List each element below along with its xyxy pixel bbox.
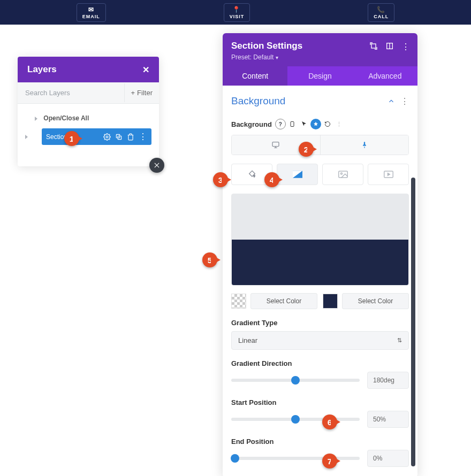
start-position-value[interactable]: 50% bbox=[367, 411, 409, 428]
help-icon[interactable]: ? bbox=[275, 119, 286, 129]
more-vertical-icon[interactable]: ⋮ bbox=[139, 132, 147, 142]
email-label: EMAIL bbox=[82, 14, 100, 19]
desktop-icon bbox=[271, 141, 280, 149]
layers-search-row: + Filter bbox=[18, 82, 159, 104]
select-color-1-button[interactable]: Select Color bbox=[250, 293, 317, 309]
image-icon bbox=[338, 171, 348, 178]
visit-label: VISIT bbox=[230, 14, 245, 19]
end-position-field: End Position 0% bbox=[231, 437, 409, 467]
call-label: CALL bbox=[374, 14, 389, 19]
hover-segment[interactable] bbox=[320, 135, 409, 155]
gradient-type-value: Linear bbox=[238, 336, 257, 344]
svg-rect-7 bbox=[272, 142, 279, 147]
svg-marker-15 bbox=[388, 173, 390, 176]
color-swatch-1[interactable] bbox=[231, 294, 246, 309]
duplicate-icon[interactable] bbox=[115, 132, 123, 142]
gradient-color-1: Select Color bbox=[231, 293, 317, 309]
background-accordion-title: Background bbox=[231, 95, 285, 107]
svg-rect-3 bbox=[371, 44, 376, 48]
gradient-type-select[interactable]: Linear ⇅ bbox=[231, 331, 409, 350]
gradient-direction-field: Gradient Direction 180deg bbox=[231, 359, 409, 389]
start-position-label: Start Position bbox=[231, 398, 409, 406]
tab-design[interactable]: Design bbox=[287, 66, 352, 86]
reset-icon[interactable] bbox=[322, 119, 333, 129]
gradient-icon bbox=[293, 171, 302, 178]
bg-type-video[interactable] bbox=[368, 164, 409, 185]
settings-header: Section Settings Preset: Default ⋮ bbox=[223, 33, 417, 66]
more-vertical-icon[interactable]: ⋮ bbox=[334, 119, 345, 129]
gear-icon[interactable] bbox=[103, 132, 111, 142]
email-icon: ✉ bbox=[88, 6, 94, 13]
cursor-icon[interactable] bbox=[299, 119, 309, 129]
background-type-row bbox=[231, 164, 409, 185]
gradient-color-2: Select Color bbox=[323, 293, 409, 309]
tab-content-label: Content bbox=[242, 72, 268, 80]
select-chevron-icon: ⇅ bbox=[397, 337, 402, 344]
layers-header: Layers ✕ bbox=[18, 57, 159, 82]
layer-row-actions: ⋮ bbox=[103, 132, 147, 142]
gradient-direction-slider[interactable] bbox=[231, 379, 360, 382]
settings-header-icons: ⋮ bbox=[369, 42, 410, 52]
gradient-direction-value[interactable]: 180deg bbox=[367, 372, 409, 389]
filter-button[interactable]: + Filter bbox=[124, 83, 159, 102]
plus-icon: + bbox=[131, 89, 135, 97]
tab-content[interactable]: Content bbox=[223, 66, 287, 86]
settings-tabs: Content Design Advanced bbox=[223, 66, 417, 86]
pin-fill-icon bbox=[361, 141, 368, 149]
annotation-7: 7 bbox=[322, 454, 337, 469]
gradient-preview[interactable] bbox=[231, 194, 409, 286]
tablet-icon[interactable] bbox=[287, 119, 298, 129]
layers-body: Open/Close All Section ⋮ bbox=[18, 104, 159, 166]
slider-thumb[interactable] bbox=[291, 376, 300, 385]
expand-icon[interactable] bbox=[369, 42, 378, 52]
close-icon[interactable]: ✕ bbox=[142, 65, 149, 75]
select-color-2-button[interactable]: Select Color bbox=[342, 293, 409, 309]
annotation-3: 3 bbox=[213, 172, 228, 187]
resize-handle-icon[interactable] bbox=[149, 158, 164, 173]
more-vertical-icon[interactable]: ⋮ bbox=[400, 96, 409, 106]
background-field-label: Background bbox=[231, 120, 272, 128]
call-button[interactable]: 📞 CALL bbox=[368, 3, 394, 22]
paint-bucket-icon bbox=[248, 170, 256, 179]
open-close-label: Open/Close All bbox=[43, 114, 89, 122]
more-vertical-icon[interactable]: ⋮ bbox=[401, 42, 410, 52]
trash-icon[interactable] bbox=[127, 132, 134, 142]
bg-type-image[interactable] bbox=[322, 164, 363, 185]
layers-title: Layers bbox=[27, 64, 57, 75]
layer-section-row[interactable]: Section ⋮ bbox=[42, 128, 151, 145]
preset-selector[interactable]: Preset: Default bbox=[231, 53, 409, 61]
annotation-6: 6 bbox=[322, 414, 337, 429]
scrollbar[interactable] bbox=[411, 178, 415, 466]
chevron-up-icon bbox=[388, 97, 395, 105]
search-layers-input[interactable] bbox=[18, 82, 124, 103]
annotation-4: 4 bbox=[264, 172, 279, 187]
columns-icon[interactable] bbox=[385, 42, 394, 52]
annotation-2: 2 bbox=[299, 142, 314, 157]
caret-right-icon[interactable] bbox=[25, 135, 28, 139]
color-swatch-2[interactable] bbox=[323, 294, 338, 309]
filter-label: Filter bbox=[137, 89, 153, 97]
svg-rect-6 bbox=[291, 122, 294, 127]
gradient-type-field: Gradient Type Linear ⇅ bbox=[231, 319, 409, 350]
email-button[interactable]: ✉ EMAIL bbox=[77, 3, 106, 22]
end-position-value[interactable]: 0% bbox=[367, 450, 409, 467]
phone-icon: 📞 bbox=[377, 6, 385, 13]
start-position-field: Start Position 50% bbox=[231, 398, 409, 428]
visit-button[interactable]: 📍 VISIT bbox=[224, 3, 250, 22]
end-position-label: End Position bbox=[231, 437, 409, 446]
background-accordion-toggle[interactable]: Background ⋮ bbox=[231, 95, 409, 107]
pin-icon[interactable] bbox=[310, 119, 321, 129]
gradient-color-pickers: Select Color Select Color bbox=[231, 293, 409, 309]
gradient-direction-label: Gradient Direction bbox=[231, 359, 409, 367]
open-close-all-toggle[interactable]: Open/Close All bbox=[35, 114, 151, 122]
slider-thumb[interactable] bbox=[231, 454, 239, 463]
tab-advanced[interactable]: Advanced bbox=[353, 66, 417, 86]
slider-thumb[interactable] bbox=[291, 415, 300, 424]
layers-panel: Layers ✕ + Filter Open/Close All Section bbox=[18, 57, 159, 166]
top-navigation-bar: ✉ EMAIL 📍 VISIT 📞 CALL bbox=[0, 0, 471, 25]
caret-right-icon bbox=[35, 117, 37, 121]
tab-advanced-label: Advanced bbox=[368, 72, 401, 80]
gradient-type-label: Gradient Type bbox=[231, 319, 409, 327]
section-settings-panel: Section Settings Preset: Default ⋮ Conte… bbox=[223, 33, 417, 476]
annotation-5: 5 bbox=[202, 252, 217, 267]
